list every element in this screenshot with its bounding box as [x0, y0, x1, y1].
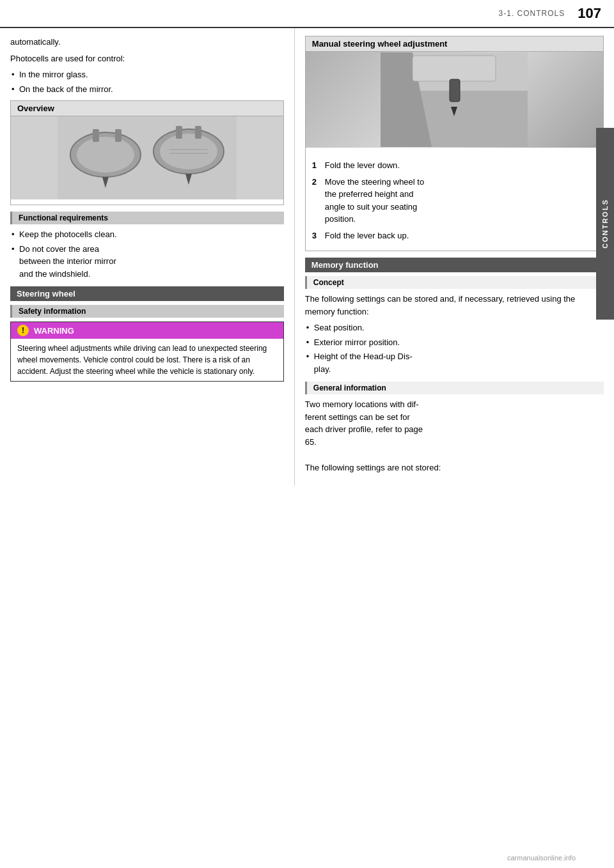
svg-point-8: [160, 134, 217, 169]
safety-header: Safety information: [10, 305, 284, 318]
general-info-header: General information: [305, 382, 604, 394]
memory-intro: The following settings can be stored and…: [305, 293, 604, 318]
memory-header: Memory function: [305, 258, 604, 272]
step-1: 1 Fold the lever down.: [312, 159, 597, 172]
watermark: carmanualsonline.info: [507, 854, 576, 862]
header-right: 3-1. CONTROLS 107: [499, 5, 601, 22]
memory-bullet: Exterior mirror position.: [305, 336, 604, 349]
svg-rect-21: [453, 107, 455, 112]
photocells-bullets: In the mirror glass. On the back of the …: [10, 68, 284, 95]
safety-section: Safety information ! WARNING Steering wh…: [10, 305, 284, 382]
overview-image: [11, 116, 283, 199]
memory-bullet: Seat position.: [305, 322, 604, 334]
controls-sidebar-text: CONTROLS: [601, 199, 609, 249]
memory-bullet: Height of the Head-up Dis-play.: [305, 350, 604, 375]
memory-bullets: Seat position. Exterior mirror position.…: [305, 322, 604, 375]
memory-section: Memory function Concept The following se…: [305, 258, 604, 375]
svg-rect-3: [93, 129, 99, 142]
svg-rect-4: [115, 129, 122, 142]
controls-sidebar: CONTROLS: [596, 128, 614, 320]
svg-point-2: [77, 137, 134, 173]
main-content: automatically. Photocells are used for c…: [0, 28, 614, 486]
functional-header: Functional requirements: [10, 212, 284, 224]
warning-header: ! WARNING: [11, 322, 283, 339]
step-text: Fold the lever down.: [325, 159, 400, 172]
manual-section: Manual steering wheel adjustment: [305, 36, 604, 251]
general-para2: The following settings are not stored:: [305, 461, 604, 474]
right-column: Manual steering wheel adjustment: [295, 28, 614, 486]
svg-rect-14: [187, 174, 190, 180]
bullet-item: In the mirror glass.: [10, 68, 284, 81]
warning-label: WARNING: [34, 326, 74, 336]
warning-content: Steering wheel adjustments while driving…: [11, 339, 283, 381]
step-2: 2 Move the steering wheel tothe preferre…: [312, 176, 597, 226]
manual-header: Manual steering wheel adjustment: [306, 36, 603, 52]
warning-box: ! WARNING Steering wheel adjustments whi…: [10, 322, 284, 382]
steering-wheel-header: Steering wheel: [10, 286, 284, 301]
general-para1: Two memory locations with dif-ferent set…: [305, 398, 604, 448]
functional-bullet: Keep the photocells clean.: [10, 228, 284, 241]
bullet-item: On the back of the mirror.: [10, 83, 284, 96]
step-3: 3 Fold the lever back up.: [312, 229, 597, 242]
intro-text: automatically.: [10, 36, 284, 49]
step-text: Fold the lever back up.: [325, 229, 409, 242]
concept-label: Concept: [305, 276, 604, 289]
photocells-text: Photocells are used for control:: [10, 52, 284, 65]
functional-section: Functional requirements Keep the photoce…: [10, 212, 284, 280]
general-info-section: General information Two memory locations…: [305, 382, 604, 474]
step-num: 1: [312, 159, 321, 172]
page-header: 3-1. CONTROLS 107: [0, 0, 614, 28]
page-number: 107: [578, 5, 601, 22]
svg-rect-18: [413, 56, 496, 81]
warning-icon: !: [17, 325, 29, 336]
overview-header: Overview: [11, 101, 283, 116]
functional-bullet: Do not cover the areabetween the interio…: [10, 243, 284, 281]
functional-bullets: Keep the photocells clean. Do not cover …: [10, 228, 284, 280]
step-num: 3: [312, 229, 321, 242]
svg-rect-6: [104, 177, 107, 183]
manual-steps: 1 Fold the lever down. 2 Move the steeri…: [306, 154, 603, 251]
overview-section: Overview: [10, 100, 284, 205]
section-label: 3-1. CONTROLS: [499, 9, 565, 18]
svg-rect-19: [450, 79, 460, 102]
step-text: Move the steering wheel tothe preferred …: [325, 176, 424, 226]
left-column: automatically. Photocells are used for c…: [0, 28, 295, 486]
svg-rect-11: [176, 126, 182, 139]
svg-rect-12: [195, 126, 201, 139]
steering-image: [306, 52, 603, 148]
step-num: 2: [312, 176, 321, 226]
